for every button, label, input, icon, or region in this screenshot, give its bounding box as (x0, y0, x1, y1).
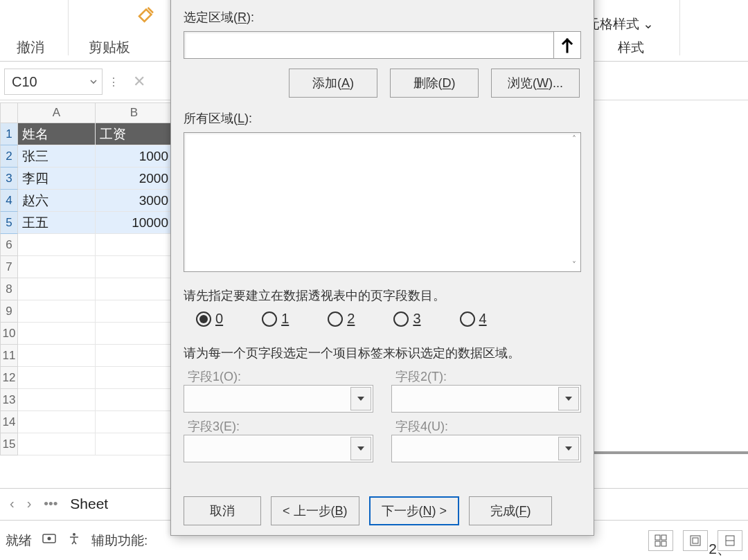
tab-nav-next[interactable]: › (27, 496, 32, 512)
field2-combo[interactable] (391, 385, 581, 413)
cell[interactable] (96, 367, 173, 389)
format-painter-icon[interactable] (136, 4, 157, 25)
view-normal-button[interactable] (648, 530, 673, 551)
row-header[interactable]: 10 (0, 323, 18, 345)
svg-point-1 (48, 537, 51, 541)
cell[interactable]: 李四 (18, 168, 96, 190)
cell[interactable] (18, 411, 96, 433)
cell[interactable]: 2000 (96, 168, 173, 190)
radio-1[interactable]: 1 (262, 311, 289, 327)
cell[interactable] (96, 300, 173, 323)
row-header[interactable]: 14 (0, 411, 18, 433)
row-header[interactable]: 8 (0, 278, 18, 300)
cell[interactable] (96, 433, 173, 455)
column-header[interactable]: B (96, 102, 173, 123)
scroll-up-icon[interactable]: ˄ (569, 134, 579, 144)
radio-indicator-icon (262, 311, 277, 327)
row-header[interactable]: 2 (0, 145, 18, 168)
cell[interactable] (18, 345, 96, 367)
radio-2[interactable]: 2 (328, 311, 355, 327)
ribbon-divider (68, 0, 69, 55)
cell[interactable] (96, 389, 173, 411)
cell[interactable] (18, 367, 96, 389)
wizard-nav-row: 取消 < 上一步(B) 下一步(N) > 完成(F) (184, 496, 581, 525)
name-box-value: C10 (12, 74, 37, 90)
all-ranges-listbox[interactable]: ˄ ˅ (184, 132, 581, 272)
grid-blank-area (594, 101, 748, 487)
cell[interactable] (96, 323, 173, 345)
radio-0[interactable]: 0 (196, 311, 223, 327)
row-header[interactable]: 9 (0, 300, 18, 323)
range-picker-button[interactable] (553, 31, 581, 59)
ellipsis-icon[interactable]: ⋮ (108, 75, 119, 89)
tab-menu-icon[interactable]: ••• (44, 496, 57, 512)
chevron-down-icon (350, 387, 371, 410)
row-header[interactable]: 11 (0, 345, 18, 367)
cell[interactable] (96, 278, 173, 300)
cell[interactable] (96, 256, 173, 278)
pagefields-radio-group: 0 1 2 3 4 (184, 311, 581, 327)
cell[interactable] (96, 345, 173, 367)
cell[interactable]: 工资 (96, 123, 173, 145)
svg-rect-4 (661, 535, 666, 540)
back-button[interactable]: < 上一步(B) (271, 496, 359, 525)
status-ready: 就绪 (6, 532, 32, 550)
field-combo-grid: 字段1(O): 字段2(T): 字段3(E): 字段4(U): (184, 368, 581, 462)
radio-3[interactable]: 3 (393, 311, 420, 327)
accessibility-icon[interactable] (66, 531, 82, 550)
formula-cancel-button[interactable]: ✕ (125, 67, 154, 96)
svg-rect-3 (655, 535, 660, 540)
svg-point-2 (73, 533, 75, 536)
row-header[interactable]: 12 (0, 367, 18, 389)
browse-button[interactable]: 浏览(W)... (491, 69, 580, 98)
select-all-cell[interactable] (0, 102, 18, 123)
next-button[interactable]: 下一步(N) > (369, 496, 460, 525)
delete-button[interactable]: 删除(D) (390, 69, 479, 98)
sheet-tab[interactable]: Sheet (70, 496, 108, 512)
row-header[interactable]: 4 (0, 190, 18, 212)
field4-combo[interactable] (391, 435, 581, 462)
name-box[interactable]: C10 (4, 69, 103, 95)
cell[interactable] (18, 234, 96, 256)
row-header[interactable]: 15 (0, 433, 18, 455)
cell[interactable] (18, 256, 96, 278)
cell[interactable] (18, 433, 96, 455)
cell[interactable] (96, 234, 173, 256)
svg-rect-8 (693, 538, 698, 543)
chevron-down-icon (89, 78, 98, 86)
cell[interactable] (18, 389, 96, 411)
field4-label: 字段4(U): (391, 418, 581, 435)
row-header[interactable]: 6 (0, 234, 18, 256)
row-header[interactable]: 1 (0, 123, 18, 145)
radio-4[interactable]: 4 (460, 311, 487, 327)
radio-indicator-icon (328, 311, 343, 327)
cancel-button[interactable]: 取消 (184, 496, 261, 525)
cell[interactable] (18, 323, 96, 345)
cell[interactable]: 3000 (96, 190, 173, 212)
selected-range-input[interactable] (184, 31, 554, 59)
column-header[interactable]: A (18, 102, 96, 123)
tab-nav-prev[interactable]: ‹ (10, 496, 15, 512)
row-header[interactable]: 3 (0, 168, 18, 190)
scroll-down-icon[interactable]: ˅ (569, 260, 579, 270)
field3-combo[interactable] (184, 435, 373, 462)
cell[interactable] (18, 278, 96, 300)
cell[interactable] (96, 411, 173, 433)
field1-combo[interactable] (184, 385, 373, 413)
cell[interactable] (18, 300, 96, 323)
row-header[interactable]: 13 (0, 389, 18, 411)
radio-indicator-icon (460, 311, 475, 327)
cell[interactable]: 1000 (96, 145, 173, 168)
cell[interactable]: 10000 (96, 212, 173, 234)
macro-record-icon[interactable] (42, 531, 57, 550)
cell[interactable]: 赵六 (18, 190, 96, 212)
view-pagelayout-button[interactable] (683, 530, 708, 551)
cell[interactable]: 姓名 (18, 123, 96, 145)
finish-button[interactable]: 完成(F) (469, 496, 552, 525)
row-header[interactable]: 5 (0, 212, 18, 234)
cell[interactable]: 张三 (18, 145, 96, 168)
add-button[interactable]: 添加(A) (289, 69, 377, 98)
ribbon-group-undo[interactable]: 撤消 (17, 38, 44, 57)
cell[interactable]: 王五 (18, 212, 96, 234)
row-header[interactable]: 7 (0, 256, 18, 278)
